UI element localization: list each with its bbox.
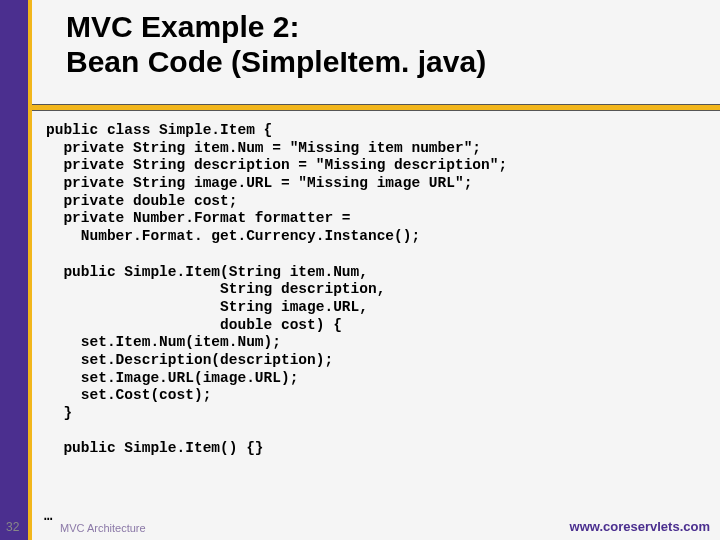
code-line: set.Description(description);: [46, 352, 333, 368]
footer-url: www.coreservlets.com: [570, 519, 710, 534]
left-stripe: [0, 0, 28, 540]
code-line: set.Cost(cost);: [46, 387, 211, 403]
code-line: private String item.Num = "Missing item …: [46, 140, 481, 156]
code-line: Number.Format. get.Currency.Instance();: [46, 228, 420, 244]
code-block: public class Simple.Item { private Strin…: [46, 122, 706, 458]
code-line: double cost) {: [46, 317, 342, 333]
footer-left-label: MVC Architecture: [60, 522, 146, 534]
code-line: }: [46, 405, 72, 421]
title-underline: [32, 104, 720, 111]
code-line: set.Item.Num(item.Num);: [46, 334, 281, 350]
code-line: private String image.URL = "Missing imag…: [46, 175, 472, 191]
code-line: private Number.Format formatter =: [46, 210, 351, 226]
title-band: MVC Example 2: Bean Code (SimpleItem. ja…: [32, 0, 720, 104]
code-line: public Simple.Item() {}: [46, 440, 264, 456]
page-number: 32: [6, 520, 19, 534]
title-line-2: Bean Code (SimpleItem. java): [66, 45, 486, 78]
title-line-1: MVC Example 2:: [66, 10, 299, 43]
code-line: public Simple.Item(String item.Num,: [46, 264, 368, 280]
ellipsis: …: [44, 508, 52, 524]
code-line: private double cost;: [46, 193, 237, 209]
code-line: String description,: [46, 281, 385, 297]
code-line: String image.URL,: [46, 299, 368, 315]
slide-title: MVC Example 2: Bean Code (SimpleItem. ja…: [66, 10, 700, 79]
code-line: private String description = "Missing de…: [46, 157, 507, 173]
code-line: public class Simple.Item {: [46, 122, 272, 138]
code-line: set.Image.URL(image.URL);: [46, 370, 298, 386]
